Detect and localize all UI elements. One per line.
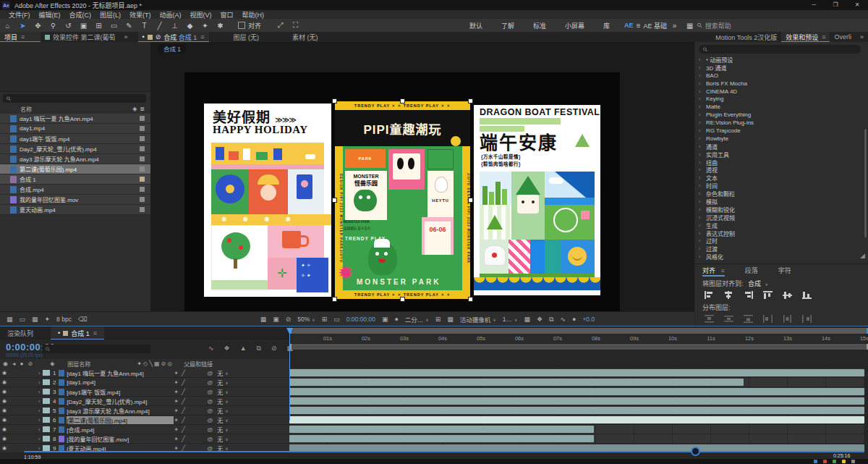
workspace-small-screen[interactable]: 小屏幕 — [565, 21, 584, 30]
file-check-swatch[interactable] — [140, 136, 145, 141]
new-folder-icon[interactable]: ▭ — [20, 316, 26, 323]
frame-blend-icon[interactable]: ⧉ — [257, 345, 261, 353]
effect-category-row[interactable]: › BAO — [695, 72, 863, 80]
resize-arrows-icon[interactable]: ⤢ — [273, 21, 288, 30]
close-icon[interactable]: ✕ — [846, 0, 868, 10]
shy-icon[interactable]: ▲ — [240, 345, 247, 353]
mini-flowchart-icon[interactable]: ∿ — [208, 345, 214, 353]
layer-row[interactable]: ◉ › 2 [day1.mp4] ✦╱ @ 无 ∨ — [0, 378, 289, 387]
layer-bar-track[interactable] — [289, 378, 864, 387]
poster-pipi-monster-park[interactable]: TRENDY PLAY ✕ ✕ TRENDY PLAY ✕ ✕ PIPI童趣潮玩… — [335, 101, 470, 299]
distribute-left-button[interactable] — [761, 314, 774, 324]
twirl-icon[interactable]: › — [699, 191, 705, 196]
visibility-eye-icon[interactable]: ◉ — [2, 398, 9, 404]
menu-item[interactable]: 编辑(E) — [39, 10, 61, 20]
file-check-swatch[interactable] — [140, 166, 145, 172]
file-check-swatch[interactable] — [140, 156, 145, 161]
eraser-tool-icon[interactable]: ◆ — [182, 22, 197, 30]
puppet-tool-icon[interactable]: ✱ — [213, 22, 228, 30]
effect-category-row[interactable]: › 通道 — [695, 143, 863, 151]
align-top-button[interactable] — [761, 290, 774, 300]
fullscreen-icon[interactable]: ⛶ — [288, 21, 303, 30]
flowchart-icon[interactable]: ∿ — [560, 316, 566, 323]
playhead-line[interactable] — [289, 328, 290, 421]
selection-handle[interactable] — [332, 98, 337, 104]
twirl-icon[interactable]: › — [699, 254, 705, 259]
layer-name[interactable]: [我的童年回忆图鉴.mov] — [67, 435, 174, 443]
snapping-checkbox[interactable] — [238, 22, 245, 29]
twirl-icon[interactable]: › — [38, 408, 40, 413]
effect-category-row[interactable]: › Boris FX Mocha — [695, 80, 863, 88]
label-column-icon[interactable]: ◈ — [50, 360, 54, 367]
effect-category-row[interactable]: › 风格化 — [695, 253, 863, 261]
project-file-row[interactable]: day1 嗨玩一夏 九鱼Ann.mp4 — [0, 114, 150, 124]
menu-item[interactable]: 图层(L) — [100, 10, 121, 20]
pickwhip-icon[interactable]: @ — [207, 408, 217, 414]
visibility-eye-icon[interactable]: ◉ — [2, 417, 9, 423]
panel-menu-icon[interactable]: ≡ — [721, 267, 725, 274]
project-flowchart-icon[interactable]: ✦ — [45, 316, 51, 323]
twirl-icon[interactable]: › — [699, 73, 705, 78]
delete-icon[interactable]: ⌫ — [78, 316, 88, 323]
tab-character[interactable]: 字符 — [778, 266, 791, 275]
pickwhip-icon[interactable]: @ — [207, 370, 217, 376]
visibility-eye-icon[interactable]: ◉ — [2, 426, 9, 432]
right-tabs-overflow-icon[interactable]: » — [856, 32, 868, 42]
effect-category-row[interactable]: › RE:Vision Plug-ins — [695, 119, 863, 127]
workspace-learn[interactable]: 了解 — [501, 21, 514, 30]
shape-tool-icon[interactable]: ▭ — [106, 22, 122, 30]
maximize-icon[interactable]: ❐ — [825, 0, 846, 10]
project-file-row[interactable]: 我的童年回忆图鉴.mov — [0, 195, 150, 205]
help-search[interactable]: ⚲ 搜索帮助 — [697, 21, 731, 30]
twirl-icon[interactable]: › — [699, 57, 705, 62]
twirl-icon[interactable]: › — [38, 418, 40, 423]
fast-preview-icon[interactable]: ❖ — [537, 316, 542, 323]
effect-category-row[interactable]: › Keying — [695, 95, 863, 103]
project-search-field[interactable]: ⚲ — [3, 94, 146, 103]
layer-switches[interactable]: ✦╱ — [174, 436, 207, 442]
effect-category-row[interactable]: › 透视 — [695, 166, 863, 174]
layer-row[interactable]: ◉ › 4 [Day2_摩天轮_雪儿(优秀).mp4] ✦╱ @ 无 ∨ — [0, 397, 289, 406]
layer-switches[interactable]: ✦╱ — [174, 408, 207, 414]
label-color-swatch[interactable] — [43, 398, 50, 404]
twirl-icon[interactable]: › — [699, 120, 705, 125]
distribute-vcenter-button[interactable] — [722, 314, 735, 324]
distribute-right-button[interactable] — [800, 314, 813, 324]
menu-item[interactable]: 文件(F) — [9, 10, 30, 20]
motion-blur-icon[interactable]: ⊘ — [271, 345, 277, 353]
timeline-button-icon[interactable]: ⧉ — [549, 316, 553, 324]
layer-row[interactable]: ◉ › 6 [第二课(葡萄乐园).mp4] ✦╱ @ 无 ∨ — [0, 416, 289, 425]
layer-name[interactable]: [合成.mp4] — [67, 426, 174, 434]
effect-category-row[interactable]: › Plugin Everything — [695, 111, 863, 119]
workspace-overflow-icon[interactable]: » — [667, 22, 682, 30]
switches-column-icons[interactable]: ✦◇╲▦⊘◎ — [137, 360, 174, 367]
twirl-icon[interactable]: › — [699, 238, 705, 243]
magnification-dropdown[interactable]: 50% — [297, 316, 310, 323]
layer-name[interactable]: [day3 游乐摩天轮 九鱼Ann.mp4] — [67, 407, 174, 415]
label-color-swatch[interactable] — [43, 379, 50, 385]
layer-switches[interactable]: ✦╱ — [174, 417, 207, 423]
grid-guides-icon[interactable]: ⊞ — [322, 316, 328, 323]
layer-bar-track[interactable] — [289, 368, 864, 378]
align-left-button[interactable] — [702, 290, 715, 300]
twirl-icon[interactable]: › — [699, 104, 705, 109]
effect-category-row[interactable]: › 过时 — [695, 237, 863, 245]
parent-dropdown[interactable]: 无 — [217, 388, 223, 396]
visibility-eye-icon[interactable]: ◉ — [2, 445, 9, 451]
type-tool-icon[interactable]: T — [137, 22, 152, 30]
parent-dropdown[interactable]: 无 — [217, 379, 223, 387]
layer-row[interactable]: ◉ › 1 [day1 嗨玩一夏 九鱼Ann.mp4] ✦╱ @ 无 ∨ — [0, 368, 289, 378]
twirl-icon[interactable]: › — [38, 436, 40, 442]
video-progress-bar[interactable] — [24, 451, 864, 452]
effect-category-row[interactable]: › CINEMA 4D — [695, 88, 863, 96]
layer-duration-bar[interactable] — [289, 397, 864, 405]
selection-handle[interactable] — [400, 297, 405, 302]
twirl-icon[interactable]: › — [699, 81, 705, 86]
effect-category-row[interactable]: › * 动画预设 — [695, 56, 863, 64]
panel-menu-icon[interactable]: ≡ — [822, 33, 825, 41]
twirl-icon[interactable]: › — [38, 446, 40, 451]
main-viewer-icon[interactable]: ▣ — [273, 316, 279, 323]
project-file-row[interactable]: day1.mp4 — [0, 124, 150, 134]
menu-item[interactable]: 窗口 — [221, 10, 234, 20]
rotobrush-tool-icon[interactable]: ✦ — [197, 22, 213, 30]
